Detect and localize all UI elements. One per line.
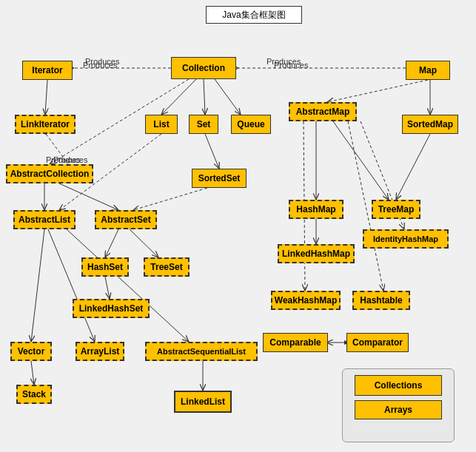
sortedmap-node: SortedMap: [402, 115, 458, 134]
treeset-node: TreeSet: [144, 257, 190, 277]
svg-line-31: [31, 361, 34, 385]
comparable-node: Comparable: [263, 333, 328, 352]
stack-node: Stack: [16, 385, 52, 404]
svg-line-8: [215, 79, 241, 115]
identityhashmap-node: IdentityHashMap: [363, 229, 449, 249]
comparator-node: Comparator: [346, 333, 409, 352]
title-node: Java集合框架图: [206, 6, 302, 24]
treemap-node: TreeMap: [372, 200, 420, 219]
svg-line-26: [105, 277, 110, 299]
abstractmap-node: AbstractMap: [289, 102, 357, 121]
produces-label-3: Produces: [53, 155, 87, 164]
arraylist-node: ArrayList: [76, 342, 124, 361]
hashset-node: HashSet: [81, 257, 129, 277]
collection-node: Collection: [171, 57, 236, 79]
svg-line-28: [31, 229, 44, 342]
svg-line-30: [67, 229, 189, 342]
produces-label-2: Produces: [274, 61, 308, 70]
vector-node: Vector: [10, 342, 52, 361]
map-node: Map: [406, 61, 450, 80]
linkedhashset-node: LinkedHashSet: [73, 299, 150, 318]
abstractsequentiallist-node: AbstractSequentialList: [145, 342, 258, 361]
hashtable-node: Hashtable: [352, 291, 410, 310]
queue-node: Queue: [231, 115, 271, 134]
sortedset-node: SortedSet: [192, 169, 247, 188]
svg-line-9: [45, 80, 47, 115]
produces-label-1: Produces: [83, 61, 117, 70]
linkedhashmap-node: LinkedHashMap: [278, 244, 355, 263]
collections-node: Collections: [355, 375, 442, 396]
svg-line-21: [59, 183, 118, 210]
svg-line-13: [333, 121, 389, 200]
svg-line-22: [205, 134, 219, 169]
abstractcollection-node: AbstractCollection: [6, 164, 93, 183]
hashmap-node: HashMap: [289, 200, 343, 219]
svg-line-7: [204, 79, 205, 115]
svg-line-25: [130, 229, 158, 257]
linkiterator-node: LinkIterator: [15, 115, 76, 134]
set-node: Set: [189, 115, 218, 134]
weakhashmap-node: WeakHashMap: [271, 291, 341, 310]
abstractlist-node: AbstractList: [13, 210, 76, 229]
svg-line-24: [105, 229, 118, 257]
svg-line-6: [161, 79, 196, 115]
svg-line-29: [48, 229, 95, 342]
diagram-container: Produces Produces Produces: [0, 0, 476, 452]
svg-line-23: [133, 188, 207, 210]
arrays-node: Arrays: [355, 400, 442, 419]
svg-line-14: [396, 134, 430, 200]
legend-box: Collections Arrays: [342, 368, 455, 442]
list-node: List: [145, 115, 178, 134]
iterator-node: Iterator: [22, 61, 73, 80]
svg-line-10: [327, 80, 428, 102]
linkedlist-node: LinkedList: [174, 391, 232, 413]
abstractset-node: AbstractSet: [95, 210, 157, 229]
